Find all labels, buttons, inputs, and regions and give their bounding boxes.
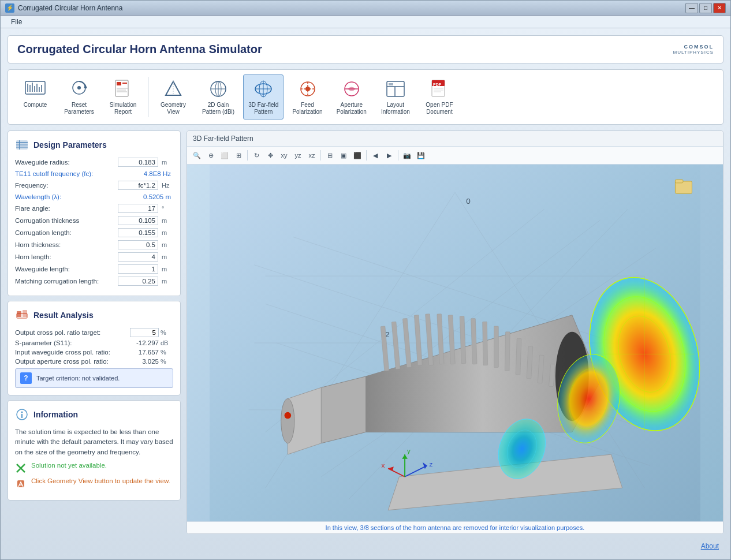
main-content: Corrugated Circular Horn Antenna Simulat… (1, 28, 730, 559)
svg-text:z: z (430, 461, 433, 468)
param-unit: m (162, 253, 173, 260)
app-title: Corrugated Circular Horn Antenna Simulat… (17, 43, 262, 56)
cross-pol-target-input[interactable] (130, 328, 159, 337)
param-unit: ° (162, 205, 173, 212)
frame-btn[interactable]: ▣ (337, 149, 350, 162)
window: ⚡ Corrugated Circular Horn Antenna — □ ✕… (0, 0, 731, 560)
view-yz-btn[interactable]: yz (292, 149, 304, 162)
svg-text:PDF: PDF (433, 83, 442, 87)
pan-btn[interactable]: ✥ (264, 149, 277, 162)
result-unit: dB (161, 339, 173, 346)
prev-btn[interactable]: ◀ (369, 149, 382, 162)
zoom-in-btn[interactable]: ⊕ (204, 149, 217, 162)
zoom-box-btn[interactable]: ⬜ (218, 149, 231, 162)
close-button[interactable]: ✕ (713, 3, 726, 13)
information-title: Information (33, 410, 78, 419)
svg-rect-86 (483, 322, 488, 365)
information-header: Information (15, 408, 173, 421)
export-btn[interactable]: ⬛ (351, 149, 364, 162)
svg-marker-95 (321, 376, 365, 443)
matching-corrugation-input[interactable] (118, 277, 158, 286)
param-label: Corrugation thickness (15, 217, 114, 224)
view-xz-btn[interactable]: xz (305, 149, 318, 162)
3d-farfield-icon (252, 79, 275, 99)
open-pdf-button[interactable]: PDF Open PDFDocument (419, 74, 460, 120)
corrugation-thickness-input[interactable] (118, 216, 158, 225)
horn-thickness-input[interactable] (118, 240, 158, 249)
viz-footer-text: In this view, 3/8 sections of the horn a… (326, 524, 585, 531)
compute-button[interactable]: Compute (15, 74, 55, 120)
screenshot-btn[interactable]: 📷 (401, 149, 413, 162)
minimize-button[interactable]: — (685, 3, 698, 13)
param-label: Horn thickness: (15, 241, 114, 248)
info-text: The solution time is expected to be less… (15, 427, 173, 457)
result-unit: % (161, 329, 173, 336)
sim-report-button[interactable]: SimulationReport (103, 74, 143, 120)
title-bar: ⚡ Corrugated Circular Horn Antenna — □ ✕ (1, 1, 730, 16)
result-label: Input waveguide cross pol. ratio: (15, 349, 127, 356)
sim-report-label: SimulationReport (110, 102, 137, 115)
status-geometry-text: Click Geometry View button to update the… (31, 477, 170, 484)
table-btn[interactable]: ⊞ (323, 149, 336, 162)
param-unit: Hz (162, 182, 173, 189)
geometry-icon (162, 79, 185, 99)
feed-pol-button[interactable]: FeedPolarization (287, 74, 327, 120)
output-cross-pol-value: 3.025 (127, 358, 159, 365)
viz-sep-2 (320, 150, 321, 160)
svg-rect-121 (675, 180, 683, 183)
geometry-view-label: GeometryView (161, 102, 186, 115)
result-label: Output aperture cross pol. ratio: (15, 358, 127, 365)
result-analysis-section: Result Analysis Output cross pol. ratio … (8, 301, 181, 395)
maximize-button[interactable]: □ (699, 3, 712, 13)
waveguide-length-input[interactable] (118, 264, 158, 274)
2d-gain-button[interactable]: 2D GainPattern (dBi) (197, 74, 240, 120)
viz-sep-4 (398, 150, 398, 160)
result-output-cross-pol: Output aperture cross pol. ratio: 3.025 … (15, 358, 173, 365)
svg-rect-36 (389, 83, 393, 85)
status-solution-text: Solution not yet available. (31, 462, 107, 469)
geometry-view-button[interactable]: GeometryView (153, 74, 193, 120)
frequency-input[interactable] (118, 181, 158, 190)
reset-params-button[interactable]: ResetParameters (59, 74, 99, 120)
svg-rect-88 (505, 332, 510, 371)
compute-icon (24, 79, 47, 99)
design-params-icon (15, 138, 29, 152)
param-corrugation-thickness: Corrugation thickness m (15, 216, 173, 225)
next-btn[interactable]: ▶ (383, 149, 396, 162)
design-params-section: Design Parameters Waveguide radius: m TE… (8, 130, 181, 296)
zoom-reset-btn[interactable]: 🔍 (191, 149, 203, 162)
svg-point-97 (281, 399, 294, 443)
corrugation-length-input[interactable] (118, 228, 158, 237)
flare-angle-input[interactable] (118, 204, 158, 213)
window-title: Corrugated Circular Horn Antenna (18, 4, 122, 12)
result-analysis-icon (15, 308, 29, 322)
about-link[interactable]: About (701, 542, 719, 550)
zoom-fit-btn[interactable]: ⊞ (232, 149, 245, 162)
svg-point-52 (21, 412, 23, 413)
save-btn[interactable]: 💾 (415, 149, 427, 162)
toolbar-sep-1 (148, 77, 148, 117)
3d-farfield-button[interactable]: 3D Far-fieldPattern (243, 74, 284, 120)
design-params-header: Design Parameters (15, 138, 173, 152)
param-waveguide-length: Waveguide length: m (15, 264, 173, 274)
open-pdf-label: Open PDFDocument (426, 102, 453, 115)
svg-text:0: 0 (466, 197, 471, 206)
param-label: Horn length: (15, 253, 114, 260)
view-xy-btn[interactable]: xy (278, 149, 290, 162)
result-unit: % (161, 358, 173, 365)
warning-box: ? Target criterion: not validated. (15, 368, 173, 388)
param-unit: m (162, 159, 173, 166)
aperture-pol-button[interactable]: AperturePolarization (331, 74, 372, 120)
param-corrugation-length: Corrugation length: m (15, 228, 173, 237)
horn-length-input[interactable] (118, 252, 158, 262)
result-analysis-header: Result Analysis (15, 308, 173, 322)
svg-point-10 (77, 86, 81, 89)
layout-info-button[interactable]: LayoutInformation (375, 74, 416, 120)
sim-report-icon (111, 79, 135, 99)
viz-footer: In this view, 3/8 sections of the horn a… (187, 521, 723, 533)
info-icon (15, 408, 29, 421)
menu-file[interactable]: File (5, 17, 28, 27)
work-area: Design Parameters Waveguide radius: m TE… (8, 130, 723, 534)
rotate-btn[interactable]: ↻ (250, 149, 263, 162)
waveguide-radius-input[interactable] (118, 158, 158, 167)
